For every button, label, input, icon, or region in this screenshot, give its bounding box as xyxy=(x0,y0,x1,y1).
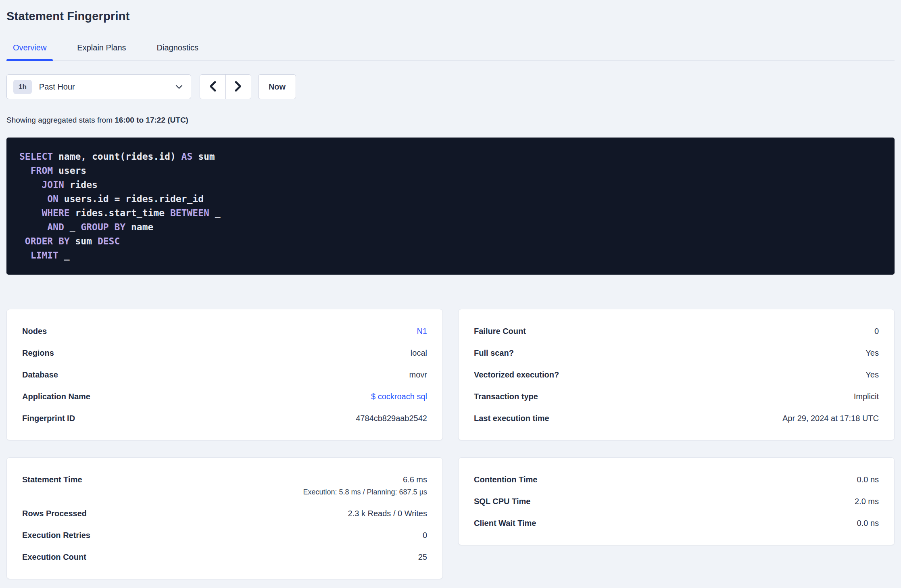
info-row-value: 6.6 ms xyxy=(403,475,427,484)
sql-text: _ xyxy=(209,208,221,218)
sql-text: sum xyxy=(192,151,215,162)
info-row-label: Full scan? xyxy=(474,348,514,358)
next-range-button[interactable] xyxy=(226,75,251,99)
info-row-value-wrap: 25 xyxy=(418,552,427,562)
sql-line: WHERE rides.start_time BETWEEN _ xyxy=(19,206,882,220)
sql-text: sum xyxy=(70,236,98,246)
info-row-subvalue: Execution: 5.8 ms / Planning: 687.5 µs xyxy=(303,488,427,496)
info-row-value: 25 xyxy=(418,553,427,561)
info-row-value-wrap: Apr 29, 2024 at 17:18 UTC xyxy=(782,413,879,423)
info-row: Statement Time6.6 msExecution: 5.8 ms / … xyxy=(22,475,427,496)
info-row: Vectorized execution?Yes xyxy=(474,370,879,379)
statement-fingerprint-page: Statement Fingerprint Overview Explain P… xyxy=(0,0,901,588)
sql-keyword: BETWEEN xyxy=(170,208,209,218)
summary-panels: NodesN1RegionslocalDatabasemovrApplicati… xyxy=(6,309,895,579)
sql-text: name, count(rides.id) xyxy=(53,151,181,162)
info-row-label: Last execution time xyxy=(474,413,549,423)
sql-keyword: AS xyxy=(181,151,193,162)
info-row-value-wrap: 0.0 ns xyxy=(857,475,879,484)
tab-overview[interactable]: Overview xyxy=(6,43,53,60)
sql-keyword: GROUP BY xyxy=(81,222,125,232)
time-controls: 1h Past Hour Now xyxy=(6,74,895,99)
sql-text: rides xyxy=(64,179,98,190)
info-row-value-wrap: 0 xyxy=(874,326,879,336)
info-row-value: 0.0 ns xyxy=(857,519,879,528)
info-row: Failure Count0 xyxy=(474,326,879,336)
now-button[interactable]: Now xyxy=(258,74,296,99)
info-row-label: Execution Retries xyxy=(22,530,90,540)
time-range-label: Past Hour xyxy=(39,82,75,92)
panel-statement-metadata: NodesN1RegionslocalDatabasemovrApplicati… xyxy=(6,309,443,440)
summary-panels-right-column: Failure Count0Full scan?YesVectorized ex… xyxy=(458,309,895,545)
info-row: Transaction typeImplicit xyxy=(474,392,879,401)
info-row-value-link[interactable]: N1 xyxy=(417,327,427,336)
info-row-label: Application Name xyxy=(22,392,90,401)
aggregation-note: Showing aggregated stats from 16:00 to 1… xyxy=(6,115,895,125)
info-row-value-wrap: 6.6 msExecution: 5.8 ms / Planning: 687.… xyxy=(303,475,427,496)
info-row: Fingerprint ID4784cb829aab2542 xyxy=(22,413,427,423)
info-row-value-link[interactable]: $ cockroach sql xyxy=(371,392,427,401)
info-row: Execution Count25 xyxy=(22,552,427,562)
sql-text xyxy=(19,208,42,218)
sql-keyword: JOIN xyxy=(42,179,64,190)
sql-line: ORDER BY sum DESC xyxy=(19,234,882,248)
info-row-value-wrap: 0 xyxy=(423,530,427,540)
chevron-down-icon xyxy=(175,85,183,89)
info-row: Execution Retries0 xyxy=(22,530,427,540)
info-row: Rows Processed2.3 k Reads / 0 Writes xyxy=(22,509,427,518)
sql-line: LIMIT _ xyxy=(19,248,882,263)
sql-keyword: ORDER BY xyxy=(25,236,70,246)
info-row-label: Rows Processed xyxy=(22,509,87,518)
tab-explain-plans-label: Explain Plans xyxy=(77,43,126,52)
sql-text xyxy=(19,250,31,261)
info-row-value-wrap: 2.3 k Reads / 0 Writes xyxy=(348,509,427,518)
tab-explain-plans[interactable]: Explain Plans xyxy=(71,43,132,60)
sql-statement: SELECT name, count(rides.id) AS sum FROM… xyxy=(6,138,895,275)
info-row-value-wrap: local xyxy=(411,348,427,358)
sql-text: name xyxy=(125,222,153,232)
info-row-value: 0 xyxy=(874,327,879,336)
info-row: Regionslocal xyxy=(22,348,427,358)
tab-diagnostics-label: Diagnostics xyxy=(157,43,198,52)
info-row-value: movr xyxy=(409,370,427,379)
info-row: Full scan?Yes xyxy=(474,348,879,358)
sql-text: rides.start_time xyxy=(70,208,170,218)
info-row-value-wrap: $ cockroach sql xyxy=(371,392,427,401)
time-range-select[interactable]: 1h Past Hour xyxy=(6,74,191,99)
info-row-value-wrap: N1 xyxy=(417,326,427,336)
info-row: Client Wait Time0.0 ns xyxy=(474,518,879,528)
info-row-label: Transaction type xyxy=(474,392,538,401)
info-row-label: SQL CPU Time xyxy=(474,496,530,506)
tab-diagnostics[interactable]: Diagnostics xyxy=(150,43,205,60)
info-row-label: Vectorized execution? xyxy=(474,370,559,379)
info-row-value-wrap: Implicit xyxy=(854,392,879,401)
panel-execution-stats: Statement Time6.6 msExecution: 5.8 ms / … xyxy=(6,457,443,579)
info-row-label: Statement Time xyxy=(22,475,82,484)
sql-text xyxy=(19,222,47,232)
info-row-label: Failure Count xyxy=(474,326,526,336)
info-row-value-wrap: 4784cb829aab2542 xyxy=(356,413,427,423)
sql-text: _ xyxy=(58,250,70,261)
summary-panels-left-column: NodesN1RegionslocalDatabasemovrApplicati… xyxy=(6,309,443,579)
prev-range-button[interactable] xyxy=(200,75,226,99)
info-row: Application Name$ cockroach sql xyxy=(22,392,427,401)
panel-timing-stats: Contention Time0.0 nsSQL CPU Time2.0 msC… xyxy=(458,457,895,545)
info-row-value: local xyxy=(411,348,427,357)
chevron-left-icon xyxy=(209,81,216,93)
time-range-stepper xyxy=(200,74,251,99)
info-row: Last execution timeApr 29, 2024 at 17:18… xyxy=(474,413,879,423)
chevron-right-icon xyxy=(235,81,242,93)
aggregation-note-prefix: Showing aggregated stats from xyxy=(6,116,115,124)
info-row-value: Implicit xyxy=(854,392,879,401)
sql-keyword: LIMIT xyxy=(31,250,58,261)
time-range-badge: 1h xyxy=(13,80,32,94)
info-row-value-wrap: Yes xyxy=(866,370,879,379)
info-row-value-wrap: 2.0 ms xyxy=(855,496,879,506)
info-row-label: Regions xyxy=(22,348,54,358)
sql-keyword: AND xyxy=(47,222,64,232)
info-row-value: Yes xyxy=(866,348,879,357)
info-row: NodesN1 xyxy=(22,326,427,336)
sql-text: users.id = rides.rider_id xyxy=(58,194,204,204)
aggregation-note-range: 16:00 to 17:22 (UTC) xyxy=(115,116,188,124)
info-row: Databasemovr xyxy=(22,370,427,379)
